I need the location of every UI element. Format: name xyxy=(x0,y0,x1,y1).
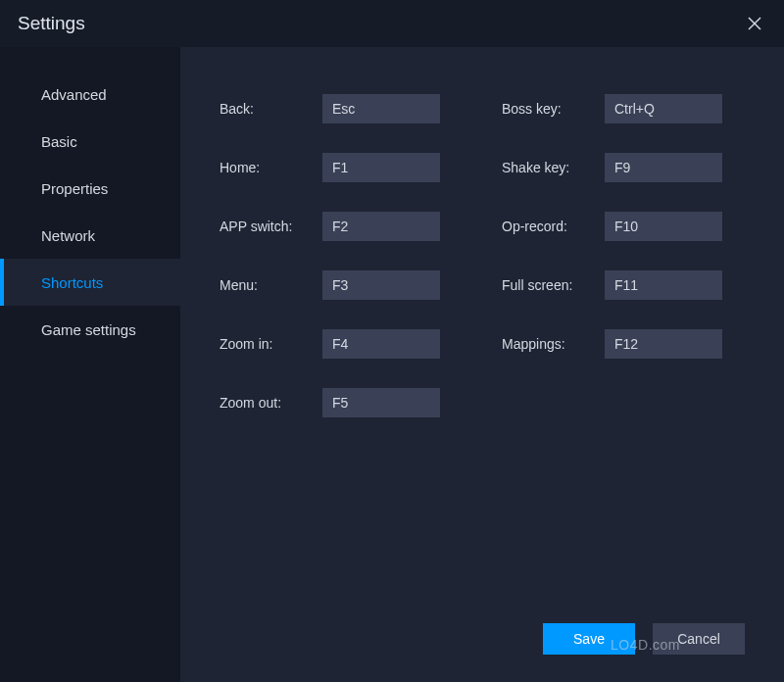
sidebar-item-label: Basic xyxy=(41,133,77,150)
shortcut-input-zoom-in[interactable] xyxy=(322,329,440,359)
sidebar-item-game-settings[interactable]: Game settings xyxy=(0,306,180,353)
shortcut-input-op-record[interactable] xyxy=(605,212,722,241)
shortcut-label-shake-key: Shake key: xyxy=(502,160,605,175)
shortcut-label-boss-key: Boss key: xyxy=(502,101,605,117)
titlebar: Settings xyxy=(0,0,784,47)
shortcut-field-menu: Menu: xyxy=(220,270,463,300)
sidebar-item-label: Advanced xyxy=(41,86,107,103)
sidebar-item-properties[interactable]: Properties xyxy=(0,165,180,212)
shortcut-field-zoom-in: Zoom in: xyxy=(220,329,463,359)
shortcut-input-home[interactable] xyxy=(322,153,440,182)
button-row: Save Cancel xyxy=(543,623,745,655)
shortcut-input-back[interactable] xyxy=(322,94,440,123)
shortcut-label-zoom-in: Zoom in: xyxy=(220,336,322,352)
shortcut-label-app-switch: APP switch: xyxy=(220,219,322,234)
sidebar-item-shortcuts[interactable]: Shortcuts xyxy=(0,259,180,306)
container: AdvancedBasicPropertiesNetworkShortcutsG… xyxy=(0,47,784,682)
shortcut-field-back: Back: xyxy=(220,94,463,123)
shortcut-field-zoom-out: Zoom out: xyxy=(220,388,463,417)
shortcut-label-home: Home: xyxy=(220,160,322,175)
window-title: Settings xyxy=(18,13,85,34)
sidebar-item-basic[interactable]: Basic xyxy=(0,118,180,165)
shortcut-label-menu: Menu: xyxy=(220,277,322,293)
shortcut-input-mappings[interactable] xyxy=(605,329,722,359)
close-icon xyxy=(747,16,762,31)
shortcut-field-op-record: Op-record: xyxy=(502,212,745,241)
shortcut-label-full-screen: Full screen: xyxy=(502,277,605,293)
shortcut-label-back: Back: xyxy=(220,101,322,117)
sidebar-item-advanced[interactable]: Advanced xyxy=(0,71,180,118)
close-button[interactable] xyxy=(743,12,766,35)
shortcut-input-full-screen[interactable] xyxy=(605,270,722,300)
shortcut-input-boss-key[interactable] xyxy=(605,94,722,123)
shortcut-field-mappings: Mappings: xyxy=(502,329,745,359)
save-button[interactable]: Save xyxy=(543,623,635,655)
sidebar-item-network[interactable]: Network xyxy=(0,212,180,259)
shortcut-field-home: Home: xyxy=(220,153,463,182)
sidebar: AdvancedBasicPropertiesNetworkShortcutsG… xyxy=(0,47,180,682)
sidebar-item-label: Game settings xyxy=(41,321,136,338)
sidebar-item-label: Shortcuts xyxy=(41,274,103,291)
shortcut-label-op-record: Op-record: xyxy=(502,219,605,234)
sidebar-item-label: Network xyxy=(41,227,95,244)
shortcut-input-app-switch[interactable] xyxy=(322,212,440,241)
shortcut-label-mappings: Mappings: xyxy=(502,336,605,352)
cancel-button[interactable]: Cancel xyxy=(653,623,745,655)
shortcut-field-boss-key: Boss key: xyxy=(502,94,745,123)
shortcuts-grid: Back:Boss key:Home:Shake key:APP switch:… xyxy=(220,94,745,417)
shortcut-input-menu[interactable] xyxy=(322,270,440,300)
shortcut-label-zoom-out: Zoom out: xyxy=(220,395,322,411)
shortcut-field-shake-key: Shake key: xyxy=(502,153,745,182)
shortcut-input-zoom-out[interactable] xyxy=(322,388,440,417)
shortcut-field-app-switch: APP switch: xyxy=(220,212,463,241)
shortcut-input-shake-key[interactable] xyxy=(605,153,722,182)
shortcut-field-empty xyxy=(502,388,745,417)
content-panel: Back:Boss key:Home:Shake key:APP switch:… xyxy=(180,47,784,682)
sidebar-item-label: Properties xyxy=(41,180,108,197)
shortcut-field-full-screen: Full screen: xyxy=(502,270,745,300)
